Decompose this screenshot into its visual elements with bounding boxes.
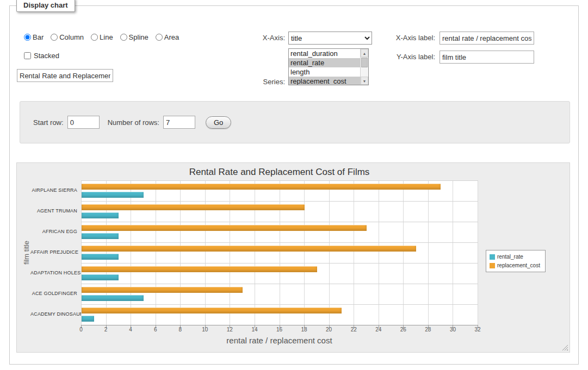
bar-rental_rate[interactable] — [82, 295, 144, 301]
category-gridline — [81, 201, 478, 202]
chart-type-radio-spline[interactable] — [120, 34, 127, 41]
series-option-length[interactable]: length — [289, 67, 360, 77]
x-gridline — [428, 180, 429, 325]
start-row-input[interactable] — [67, 116, 100, 129]
start-row-label: Start row: — [33, 118, 64, 127]
x-axis-dropdown-label: X-Axis: — [244, 34, 285, 42]
scroll-thumb[interactable] — [361, 58, 368, 67]
row-controls-panel: Start row: Number of rows: Go — [20, 101, 570, 143]
x-tick-label: 20 — [326, 327, 332, 333]
series-listbox[interactable]: rental_durationrental_ratelengthreplacem… — [288, 48, 369, 85]
bar-replacement_cost[interactable] — [82, 204, 305, 210]
chart-type-bar[interactable]: Bar — [24, 33, 44, 41]
x-tick-label: 6 — [154, 327, 157, 333]
legend-item-replacement_cost[interactable]: replacement_cost — [490, 262, 540, 268]
chart-type-radio-area[interactable] — [156, 34, 163, 41]
num-rows-label: Number of rows: — [108, 118, 159, 127]
x-tick-label: 10 — [202, 327, 208, 333]
bar-replacement_cost[interactable] — [82, 225, 367, 231]
resize-handle-icon[interactable] — [562, 344, 568, 350]
x-tick-label: 12 — [227, 327, 233, 333]
x-gridline — [354, 180, 354, 325]
chart-legend: rental_ratereplacement_cost — [486, 250, 546, 272]
scroll-down-icon[interactable]: ▼ — [361, 77, 368, 85]
category-label: ACADEMY DINOSAUR — [30, 311, 77, 317]
x-axis-select[interactable]: title — [288, 32, 372, 45]
series-option-replacement_cost[interactable]: replacement_cost — [289, 77, 360, 85]
series-label: Series: — [244, 78, 285, 86]
x-gridline — [180, 180, 181, 325]
bar-rental_rate[interactable] — [82, 192, 144, 198]
x-axis-tick-labels: 02468101214161820222426283032 — [81, 327, 478, 334]
bar-rental_rate[interactable] — [82, 274, 119, 280]
bar-replacement_cost[interactable] — [82, 266, 317, 272]
legend-swatch-rental_rate — [490, 254, 495, 260]
display-chart-panel: Display chart BarColumnLineSplineArea St… — [9, 5, 579, 365]
chart-type-column[interactable]: Column — [51, 33, 84, 41]
x-axis-label-field-label: X-Axis label: — [385, 34, 435, 42]
stacked-row[interactable]: Stacked — [24, 52, 59, 60]
x-gridline — [379, 180, 379, 325]
x-gridline — [329, 180, 330, 325]
chart-title-input[interactable] — [17, 69, 113, 82]
bar-replacement_cost[interactable] — [82, 246, 416, 252]
chart-type-radio-column[interactable] — [51, 34, 58, 41]
category-label: ADAPTATION HOLES — [30, 270, 77, 275]
x-tick-label: 26 — [400, 327, 406, 333]
x-gridline — [280, 180, 280, 325]
series-scrollbar[interactable]: ▲ ▼ — [360, 49, 368, 85]
bar-replacement_cost[interactable] — [82, 308, 342, 313]
x-tick-label: 24 — [375, 327, 381, 333]
category-gridline — [81, 304, 478, 305]
x-tick-label: 14 — [251, 327, 257, 333]
bar-replacement_cost[interactable] — [82, 287, 243, 293]
bar-rental_rate[interactable] — [82, 233, 119, 239]
x-tick-label: 16 — [276, 327, 282, 333]
category-axis-labels: AIRPLANE SIERRAAGENT TRUMANAFRICAN EGGAF… — [32, 180, 79, 325]
category-label: AFRICAN EGG — [30, 229, 77, 234]
stacked-checkbox[interactable] — [24, 52, 31, 59]
legend-label-rental_rate: rental_rate — [497, 254, 523, 260]
chart-type-spline[interactable]: Spline — [120, 33, 148, 41]
series-option-rental_duration[interactable]: rental_duration — [289, 49, 360, 58]
series-option-rental_rate[interactable]: rental_rate — [289, 58, 360, 67]
chart-type-radio-bar[interactable] — [24, 34, 31, 41]
chart-type-area[interactable]: Area — [156, 33, 179, 41]
category-gridline — [81, 180, 478, 181]
legend-item-rental_rate[interactable]: rental_rate — [490, 254, 540, 260]
category-gridline — [81, 263, 478, 264]
x-tick-label: 0 — [79, 327, 83, 333]
chart-type-group: BarColumnLineSplineArea — [24, 33, 179, 41]
panel-legend: Display chart — [16, 0, 75, 12]
bar-replacement_cost[interactable] — [82, 184, 441, 190]
x-gridline — [131, 180, 131, 325]
chart-type-line[interactable]: Line — [91, 33, 113, 41]
x-tick-label: 2 — [104, 327, 108, 333]
chart-type-radio-line[interactable] — [91, 34, 98, 41]
x-gridline — [81, 180, 82, 325]
x-tick-label: 22 — [351, 327, 357, 333]
x-tick-label: 28 — [425, 327, 431, 333]
go-button[interactable]: Go — [206, 116, 231, 129]
plot-area — [81, 180, 478, 325]
legend-label-replacement_cost: replacement_cost — [497, 262, 540, 268]
x-gridline — [106, 180, 107, 325]
x-axis-label-input[interactable] — [440, 32, 534, 45]
x-gridline — [230, 180, 230, 325]
bar-rental_rate[interactable] — [82, 212, 119, 218]
y-axis-label-input[interactable] — [440, 51, 534, 64]
category-gridline — [81, 222, 478, 222]
x-tick-label: 4 — [129, 327, 132, 333]
bar-rental_rate[interactable] — [82, 254, 119, 260]
x-gridline — [255, 180, 255, 325]
bar-rental_rate[interactable] — [82, 316, 94, 322]
scroll-track[interactable] — [361, 57, 368, 77]
x-gridline — [453, 180, 453, 325]
num-rows-input[interactable] — [163, 116, 195, 129]
series-items: rental_durationrental_ratelengthreplacem… — [289, 49, 360, 85]
stacked-label: Stacked — [34, 52, 59, 60]
scroll-up-icon[interactable]: ▲ — [361, 49, 368, 57]
category-label: AFFAIR PREJUDICE — [30, 249, 77, 255]
x-tick-label: 8 — [178, 327, 182, 333]
category-label: AGENT TRUMAN — [30, 208, 77, 214]
